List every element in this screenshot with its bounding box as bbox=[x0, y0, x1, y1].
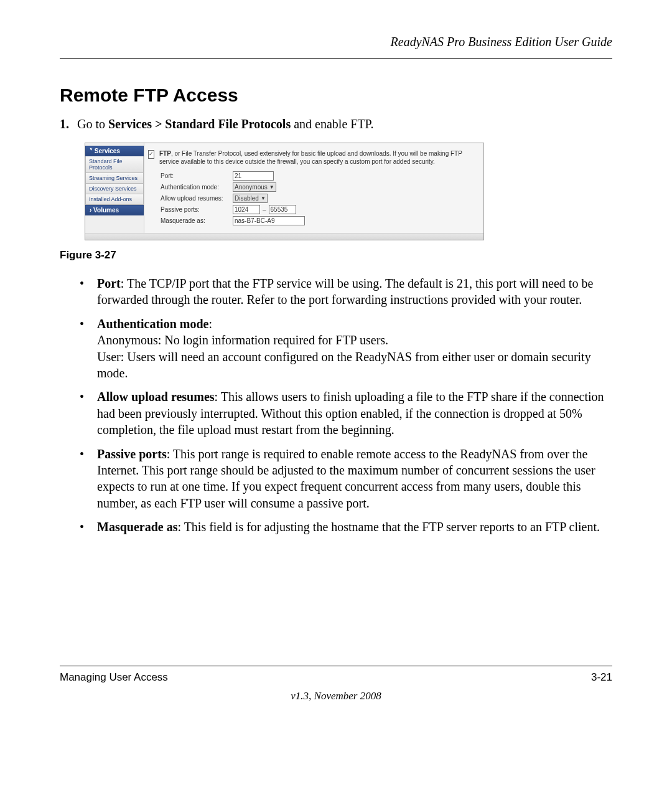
bullet-auth-colon: : bbox=[208, 317, 212, 331]
bullet-auth-line1: Anonymous: No login information required… bbox=[97, 333, 388, 347]
bullet-auth: • Authentication mode: Anonymous: No log… bbox=[80, 316, 612, 382]
passive-to-input[interactable]: 65535 bbox=[269, 205, 296, 214]
ftp-desc-bold: FTP bbox=[159, 150, 171, 157]
bullet-auth-line2: User: Users will need an account configu… bbox=[97, 350, 591, 380]
bullet-marker: • bbox=[80, 519, 97, 535]
nav-header-volumes[interactable]: › Volumes bbox=[85, 205, 144, 215]
bullet-resume: • Allow upload resumes: This allows user… bbox=[80, 389, 612, 438]
bullet-port-label: Port bbox=[97, 276, 121, 290]
nav-header-services-label: Services bbox=[95, 148, 120, 154]
port-label: Port: bbox=[161, 172, 233, 179]
running-header: ReadyNAS Pro Business Edition User Guide bbox=[60, 35, 612, 49]
bullet-port-text: : The TCP/IP port that the FTP service w… bbox=[97, 276, 593, 306]
bullet-port: • Port: The TCP/IP port that the FTP ser… bbox=[80, 275, 612, 308]
passive-from-input[interactable]: 1024 bbox=[233, 205, 260, 214]
ftp-enable-checkbox[interactable]: ✓ bbox=[148, 150, 154, 159]
passive-ports-label: Passive ports: bbox=[161, 206, 233, 213]
bullet-resume-label: Allow upload resumes bbox=[97, 390, 215, 404]
bullet-marker: • bbox=[80, 316, 97, 382]
resume-value: Disabled bbox=[235, 195, 259, 202]
bullet-masq-label: Masquerade as bbox=[97, 520, 177, 534]
masquerade-input[interactable]: nas-B7-BC-A9 bbox=[233, 216, 305, 225]
nav-header-volumes-label: Volumes bbox=[93, 207, 119, 214]
resume-label: Allow upload resumes: bbox=[161, 195, 233, 202]
screenshot-bottom-bar bbox=[85, 233, 483, 240]
footer-section: Managing User Access bbox=[60, 671, 168, 684]
footer-version: v1.3, November 2008 bbox=[60, 690, 612, 702]
dropdown-icon: ▼ bbox=[261, 196, 266, 201]
bullet-auth-label: Authentication mode bbox=[97, 317, 208, 331]
passive-dash: – bbox=[263, 206, 266, 213]
nav-item-discovery-services[interactable]: Discovery Services bbox=[85, 184, 144, 194]
ftp-description: FTP, or File Transfer Protocol, used ext… bbox=[159, 149, 477, 166]
nav-item-installed-addons[interactable]: Installed Add-ons bbox=[85, 194, 144, 205]
resume-select[interactable]: Disabled▼ bbox=[233, 194, 268, 203]
footer-rule bbox=[60, 666, 612, 666]
page-title: Remote FTP Access bbox=[60, 85, 612, 106]
auth-mode-value: Anonymous bbox=[235, 184, 268, 191]
step-text: Go to Services > Standard File Protocols… bbox=[77, 117, 612, 131]
step-post: and enable FTP. bbox=[291, 117, 373, 131]
bullet-masq-text: : This field is for adjusting the hostna… bbox=[177, 520, 600, 534]
screenshot-ftp-settings: ˅ Services Standard File Protocols Strea… bbox=[85, 143, 484, 240]
nav-sidebar: ˅ Services Standard File Protocols Strea… bbox=[85, 143, 144, 233]
bullet-marker: • bbox=[80, 446, 97, 512]
bullet-list: • Port: The TCP/IP port that the FTP ser… bbox=[80, 275, 612, 535]
step-pre: Go to bbox=[77, 117, 108, 131]
ftp-desc-rest: , or File Transfer Protocol, used extens… bbox=[159, 150, 462, 165]
nav-header-services[interactable]: ˅ Services bbox=[85, 146, 144, 156]
port-input[interactable]: 21 bbox=[233, 171, 274, 181]
bullet-marker: • bbox=[80, 275, 97, 308]
footer-page-number: 3-21 bbox=[591, 671, 612, 684]
step-number: 1. bbox=[60, 117, 77, 131]
bullet-passive-text: : This port range is required to enable … bbox=[97, 447, 595, 510]
bullet-masquerade: • Masquerade as: This field is for adjus… bbox=[80, 519, 612, 535]
footer-row: Managing User Access 3-21 bbox=[60, 671, 612, 684]
nav-item-streaming-services[interactable]: Streaming Services bbox=[85, 173, 144, 184]
header-rule bbox=[60, 58, 612, 59]
bullet-passive: • Passive ports: This port range is requ… bbox=[80, 446, 612, 512]
step-1: 1. Go to Services > Standard File Protoc… bbox=[60, 117, 612, 131]
nav-item-standard-file-protocols[interactable]: Standard File Protocols bbox=[85, 156, 144, 173]
auth-mode-label: Authentication mode: bbox=[161, 184, 233, 191]
bullet-passive-label: Passive ports bbox=[97, 447, 167, 461]
masquerade-label: Masquerade as: bbox=[161, 217, 233, 224]
bullet-marker: • bbox=[80, 389, 97, 438]
content-panel: ✓ FTP, or File Transfer Protocol, used e… bbox=[144, 143, 483, 233]
dropdown-icon: ▼ bbox=[269, 184, 274, 190]
figure-caption: Figure 3-27 bbox=[60, 249, 612, 262]
auth-mode-select[interactable]: Anonymous▼ bbox=[233, 182, 276, 192]
step-bold: Services > Standard File Protocols bbox=[108, 117, 291, 131]
